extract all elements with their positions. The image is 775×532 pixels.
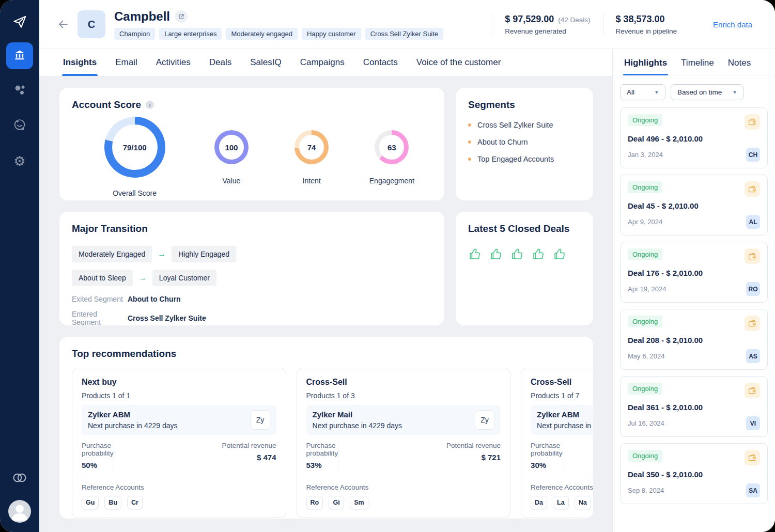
app-window: ⚙ C Campbell	[0, 0, 775, 532]
score-donuts: 79/100 Overall Score 100 Value	[72, 117, 432, 197]
module-tabbar: InsightsEmailActivitiesDealsSalesIQCampa…	[39, 49, 612, 76]
recommendation-card-next-buy: Next buy Products 1 of 1 Zylker ABM Next…	[72, 368, 286, 518]
deal-title: Deal 496 - $ 2,010.00	[628, 134, 760, 143]
deal-title: Deal 350 - $ 2,010.00	[628, 470, 760, 479]
user-avatar[interactable]	[8, 500, 31, 523]
exited-segment-row: Exited Segment About to Churn	[72, 295, 432, 303]
revenue-generated-deals: (42 Deals)	[558, 16, 590, 24]
chevron-down-icon: ▼	[732, 89, 737, 95]
revenue-generated-label: Revenue generated	[505, 27, 590, 35]
thumbs-up-icon	[532, 247, 546, 263]
deal-date: Jul 16, 2024	[628, 419, 664, 427]
reference-account-chip[interactable]: Da	[531, 496, 547, 509]
module-tab[interactable]: Campaigns	[300, 49, 345, 76]
reference-account-chip[interactable]: Bu	[104, 496, 121, 509]
major-transition-card: Major Transition Moderately Engaged → Hi…	[59, 212, 444, 325]
insights-content: Account Score i 79/100 Overall Score	[39, 76, 612, 532]
enrich-data-link[interactable]: Enrich data	[713, 20, 752, 29]
segment-item: Top Engaged Accounts	[468, 155, 581, 163]
transition-to-pill: Loyal Customer	[152, 270, 216, 286]
interlocked-rings-icon[interactable]	[11, 471, 28, 487]
deal-card[interactable]: Ongoing Deal 176 - $ 2,010.00 Apr 19, 20…	[620, 242, 768, 303]
transition-to-pill: Highly Engaged	[172, 246, 236, 262]
deal-card[interactable]: Ongoing Deal 208 - $ 2,010.00 May 6, 202…	[620, 309, 768, 370]
product-row: Zylker Mail Next purchase in 4229 days Z…	[306, 405, 501, 435]
module-tab[interactable]: Insights	[63, 49, 97, 76]
deal-owner-avatar: RO	[746, 282, 760, 296]
revenue-pipeline-value: $ 38,573.00	[616, 14, 665, 25]
deal-card[interactable]: Ongoing Deal 496 - $ 2,010.00 Jan 3, 202…	[620, 107, 768, 168]
score-item: 79/100 Overall Score	[78, 117, 191, 197]
recommendation-card-cross-sell-2: Cross-Sell Products 1 of 7 Zylker ABM Ne…	[521, 368, 593, 518]
deal-card[interactable]: Ongoing Deal 361 - $ 2,010.00 Jul 16, 20…	[620, 376, 768, 437]
entered-segment-row: Entered Segment Cross Sell Zylker Suite	[72, 310, 432, 325]
product-badge: Zy	[475, 410, 494, 430]
account-score-card: Account Score i 79/100 Overall Score	[59, 88, 444, 200]
right-panel-tab[interactable]: Timeline	[681, 58, 714, 75]
status-badge: Ongoing	[628, 181, 662, 193]
filter-dropdown[interactable]: All ▼	[620, 84, 665, 100]
reference-account-chip[interactable]: Gi	[329, 496, 344, 509]
transition-row: About to Sleep → Loyal Customer	[72, 270, 216, 286]
status-badge: Ongoing	[628, 114, 662, 126]
recommendation-card-cross-sell-1: Cross-Sell Products 1 of 3 Zylker Mail N…	[297, 368, 511, 518]
module-tab[interactable]: Activities	[156, 49, 191, 76]
score-item: 74 Intent	[272, 117, 352, 197]
score-donut: 74	[295, 130, 329, 164]
right-panel: HighlightsTimelineNotes All ▼ Based on t…	[612, 49, 775, 532]
reference-account-chip[interactable]: Na	[575, 496, 591, 509]
left-sidebar: ⚙	[0, 0, 39, 532]
right-panel-tab[interactable]: Highlights	[624, 58, 667, 75]
deal-owner-avatar: SA	[746, 483, 760, 497]
thumbs-up-icon	[489, 247, 504, 263]
recommendations-card: Top recommendations Next buy Products 1 …	[59, 337, 593, 519]
bullet-icon	[468, 158, 471, 161]
filter-dropdown[interactable]: Based on time ▼	[671, 84, 743, 100]
right-panel-tab[interactable]: Notes	[728, 58, 751, 75]
thumbs-row	[468, 247, 581, 263]
closed-deals-title: Latest 5 Closed Deals	[468, 223, 569, 234]
bullet-icon	[468, 123, 471, 127]
sidebar-item-cohorts[interactable]	[6, 77, 33, 104]
status-badge: Ongoing	[628, 316, 662, 327]
status-badge: Ongoing	[628, 450, 662, 462]
deal-card[interactable]: Ongoing Deal 350 - $ 2,010.00 Sep 8, 202…	[620, 443, 768, 504]
reference-account-chip[interactable]: Sm	[350, 496, 368, 509]
info-icon[interactable]: i	[146, 101, 154, 109]
deal-title: Deal 361 - $ 2,010.00	[628, 403, 760, 412]
account-tag: Cross Sell Zylker Suite	[365, 28, 443, 40]
record-header: C Campbell ChampionLarge enterprisesMode…	[39, 0, 775, 49]
reference-account-chip[interactable]: Ro	[306, 496, 323, 509]
module-tab[interactable]: Email	[115, 49, 137, 76]
sidebar-item-settings[interactable]: ⚙	[6, 148, 33, 175]
wallet-icon	[745, 114, 760, 130]
status-badge: Ongoing	[628, 383, 662, 395]
deal-card[interactable]: Ongoing Deal 45 - $ 2,010.00 Apr 9, 2024…	[620, 175, 768, 236]
thumbs-up-icon	[553, 247, 567, 263]
module-tab[interactable]: Contacts	[363, 49, 398, 76]
open-in-new-icon[interactable]	[175, 10, 188, 23]
thumbs-up-icon	[510, 247, 525, 263]
module-tab[interactable]: Voice of the customer	[416, 49, 501, 76]
sidebar-item-support[interactable]	[6, 113, 33, 139]
account-tag: Large enterprises	[159, 28, 222, 40]
bank-icon	[13, 48, 26, 64]
reference-account-chip[interactable]: Gu	[82, 496, 99, 509]
status-badge: Ongoing	[628, 248, 662, 260]
back-button[interactable]	[55, 16, 71, 33]
revenue-generated-value: $ 97,529.00	[505, 14, 554, 25]
deal-date: Sep 8, 2024	[628, 487, 664, 494]
segment-item: About to Churn	[468, 138, 581, 146]
bullet-icon	[468, 140, 471, 144]
reference-account-chip[interactable]: Cr	[127, 496, 143, 509]
module-tab[interactable]: SalesIQ	[250, 49, 281, 76]
wallet-icon	[745, 181, 760, 197]
transition-from-pill: About to Sleep	[72, 270, 133, 286]
sidebar-item-accounts[interactable]	[6, 42, 33, 69]
reference-account-chip[interactable]: La	[553, 496, 569, 509]
highlights-deal-list: Ongoing Deal 496 - $ 2,010.00 Jan 3, 202…	[613, 100, 775, 504]
revenue-generated-stat: $ 97,529.00 (42 Deals) Revenue generated	[492, 14, 602, 35]
gear-icon: ⚙	[13, 154, 25, 168]
module-tab[interactable]: Deals	[209, 49, 231, 76]
deal-date: Apr 19, 2024	[628, 285, 666, 293]
